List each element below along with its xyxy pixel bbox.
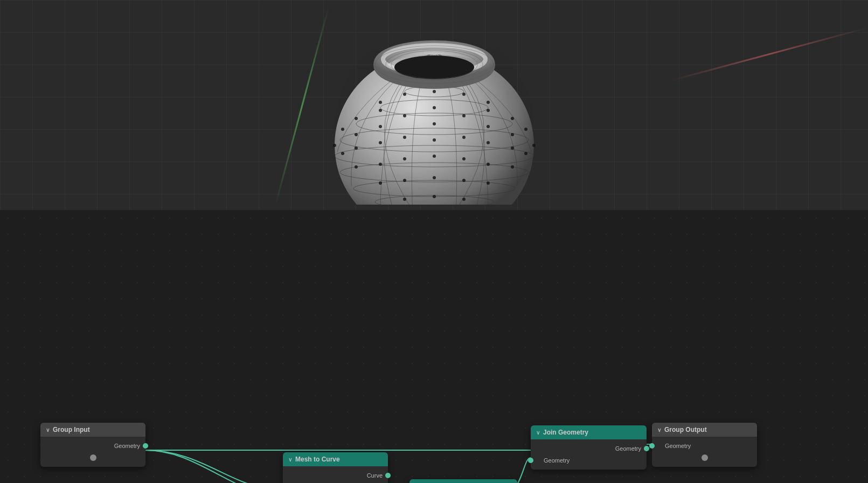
svg-point-18 (511, 117, 514, 120)
svg-point-37 (462, 136, 466, 139)
svg-point-24 (511, 133, 514, 136)
node-curve-to-mesh[interactable]: ∨ Curve to Mesh Mesh Curve Profile Curve… (409, 479, 517, 483)
svg-point-32 (341, 152, 344, 155)
node-join-geometry-geometry-input: Geometry (531, 454, 647, 466)
svg-point-47 (487, 181, 490, 185)
svg-point-35 (487, 141, 490, 144)
node-group-output-geometry-input: Geometry (652, 440, 757, 452)
node-group-input-bottom (40, 452, 145, 464)
svg-point-54 (433, 195, 436, 198)
node-mesh-to-curve-header: ∨ Mesh to Curve (283, 452, 388, 466)
svg-point-28 (433, 122, 436, 125)
node-group-output-header: ∨ Group Output (652, 423, 757, 437)
svg-point-39 (433, 138, 436, 142)
svg-point-57 (394, 55, 474, 79)
node-join-geometry-title: Join Geometry (543, 429, 588, 436)
node-group-input-geometry-output: Geometry (40, 440, 145, 452)
socket-geometry-input-jg[interactable] (528, 458, 533, 463)
socket-float-bottom-go[interactable] (702, 454, 708, 461)
svg-point-25 (355, 133, 358, 136)
svg-point-38 (403, 136, 406, 139)
node-group-output-title: Group Output (664, 426, 707, 433)
svg-point-33 (511, 146, 514, 150)
node-join-geometry-body: Geometry Geometry (531, 439, 647, 470)
svg-point-26 (487, 125, 490, 128)
node-mesh-to-curve-curve-output: Curve (283, 470, 388, 481)
node-group-input-body: Geometry (40, 437, 145, 467)
svg-point-46 (433, 155, 436, 158)
svg-point-43 (379, 163, 382, 166)
chevron-icon: ∨ (46, 427, 50, 433)
node-group-output-bottom (652, 452, 757, 464)
svg-point-44 (462, 157, 466, 160)
svg-point-50 (403, 179, 406, 182)
svg-point-34 (355, 146, 358, 150)
svg-point-40 (511, 165, 514, 169)
svg-point-20 (462, 114, 466, 117)
svg-point-23 (341, 128, 344, 131)
node-mesh-to-curve-title: Mesh to Curve (295, 456, 340, 463)
svg-point-12 (403, 93, 406, 96)
svg-point-31 (524, 152, 527, 155)
svg-point-14 (379, 101, 382, 104)
svg-point-49 (462, 179, 466, 182)
svg-point-45 (403, 157, 406, 160)
svg-point-27 (379, 125, 382, 128)
svg-point-10 (433, 90, 436, 93)
svg-point-21 (403, 114, 406, 117)
node-join-geometry[interactable]: ∨ Join Geometry Geometry Geometry (531, 425, 647, 470)
socket-float-bottom[interactable] (90, 454, 96, 461)
socket-geometry-output[interactable] (143, 443, 148, 449)
3d-mesh-object (321, 11, 547, 205)
node-group-input[interactable]: ∨ Group Input Geometry (40, 423, 145, 467)
socket-curve-output-mtc[interactable] (385, 473, 391, 478)
svg-point-22 (524, 128, 527, 131)
svg-point-11 (462, 93, 466, 96)
socket-geometry-input-go[interactable] (649, 443, 655, 449)
node-curve-to-mesh-header: ∨ Curve to Mesh (409, 479, 517, 483)
node-group-output-body: Geometry (652, 437, 757, 467)
svg-point-17 (379, 109, 382, 112)
svg-point-29 (532, 144, 536, 147)
svg-point-48 (379, 181, 382, 185)
svg-point-41 (355, 165, 358, 169)
svg-point-16 (487, 109, 490, 112)
svg-point-53 (403, 198, 406, 201)
node-group-input-header: ∨ Group Input (40, 423, 145, 437)
svg-point-36 (379, 141, 382, 144)
svg-point-15 (433, 106, 436, 109)
node-join-geometry-header: ∨ Join Geometry (531, 425, 647, 439)
socket-geometry-output-jg[interactable] (644, 446, 649, 451)
viewport-3d[interactable] (0, 0, 868, 210)
node-mesh-to-curve[interactable]: ∨ Mesh to Curve Curve Mesh Selection (283, 452, 388, 483)
node-group-output[interactable]: ∨ Group Output Geometry (652, 423, 757, 467)
node-mesh-to-curve-body: Curve Mesh Selection (283, 466, 388, 483)
svg-point-51 (433, 176, 436, 179)
node-join-geometry-geometry-output: Geometry (531, 443, 647, 454)
svg-point-30 (333, 144, 336, 147)
node-group-input-title: Group Input (53, 426, 90, 433)
svg-point-13 (487, 101, 490, 104)
node-editor[interactable]: ∨ Group Input Geometry ∨ Edge Neighbors … (0, 210, 868, 483)
svg-point-42 (487, 163, 490, 166)
svg-point-52 (462, 198, 466, 201)
svg-point-19 (355, 117, 358, 120)
